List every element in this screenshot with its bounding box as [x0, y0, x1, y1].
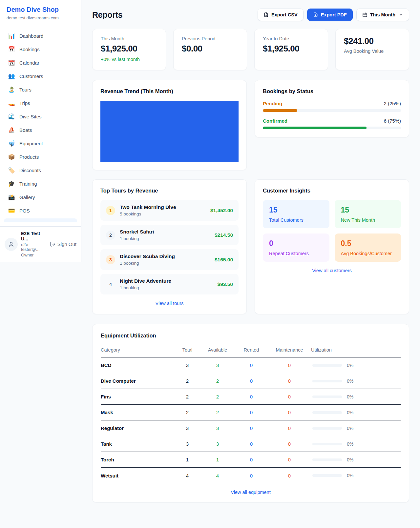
cell-utilization: 0%: [311, 363, 401, 368]
sidebar-item-reports-partial[interactable]: [4, 218, 77, 222]
tour-amount: $214.50: [215, 232, 233, 238]
view-all-equipment-link[interactable]: View all equipment: [101, 490, 401, 495]
export-csv-button[interactable]: Export CSV: [258, 9, 304, 21]
cell-utilization: 0%: [311, 394, 401, 399]
revenue-trend-chart: [100, 101, 239, 162]
table-row: Wetsuit 4 4 0 0 0%: [101, 468, 401, 483]
utilization-percent: 0%: [347, 441, 353, 447]
utilization-percent: 0%: [347, 363, 353, 368]
user-email: e2e-tester@...: [21, 242, 47, 252]
cell-category: Mask: [101, 410, 175, 415]
sidebar-item-training[interactable]: 🎓 Training: [4, 177, 77, 191]
view-all-customers-link[interactable]: View all customers: [263, 268, 401, 273]
sidebar-item-gallery[interactable]: 📸 Gallery: [4, 191, 77, 204]
speedboat-icon: 🚤: [8, 100, 15, 107]
cell-utilization: 0%: [311, 410, 401, 415]
sidebar-item-label: Tours: [19, 87, 32, 92]
sidebar-nav: 📊 Dashboard 📅 Bookings 📆 Calendar 👥 Cust…: [0, 25, 81, 226]
cell-maintenance: 0: [268, 394, 311, 399]
cell-category: BCD: [101, 362, 175, 368]
table-row: Fins 2 2 0 0 0%: [101, 389, 401, 405]
brand-domain: demo.test.divestreams.com: [7, 15, 74, 20]
cell-rented: 0: [235, 394, 268, 399]
cell-maintenance: 0: [268, 441, 311, 447]
sidebar-item-boats[interactable]: ⛵ Boats: [4, 123, 77, 137]
sidebar-item-bookings[interactable]: 📅 Bookings: [4, 43, 77, 56]
cell-maintenance: 0: [268, 457, 311, 462]
sidebar-item-trips[interactable]: 🚤 Trips: [4, 96, 77, 110]
sidebar: Demo Dive Shop demo.test.divestreams.com…: [0, 0, 81, 262]
sidebar-item-label: POS: [19, 208, 30, 213]
sidebar-item-products[interactable]: 📦 Products: [4, 150, 77, 164]
sidebar-item-tours[interactable]: 🏝️ Tours: [4, 83, 77, 96]
stat-card-year-to-date: Year to Date $1,925.00: [254, 29, 328, 70]
period-select[interactable]: This Month: [356, 9, 409, 21]
sailboat-icon: ⛵: [8, 127, 15, 133]
table-row: Dive Computer 2 2 0 0 0%: [101, 373, 401, 389]
utilization-bar: [312, 364, 342, 367]
utilization-bar: [312, 396, 342, 398]
insight-value: 15: [341, 206, 395, 214]
tour-name: Two Tank Morning Dive: [120, 204, 176, 210]
sidebar-item-dashboard[interactable]: 📊 Dashboard: [4, 29, 77, 43]
utilization-bar: [312, 443, 342, 445]
sidebar-item-dive-sites[interactable]: 🌊 Dive Sites: [4, 110, 77, 123]
cell-category: Torch: [101, 457, 175, 462]
sidebar-item-discounts[interactable]: 🏷️ Discounts: [4, 164, 77, 177]
insight-tile-avg-bookings: 0.5 Avg Bookings/Customer: [335, 234, 401, 262]
cell-total: 1: [175, 457, 200, 462]
cell-rented: 0: [235, 378, 268, 384]
stat-delta: +0% vs last month: [101, 57, 158, 62]
wave-icon: 🌊: [8, 113, 15, 120]
tour-row: 4 Night Dive Adventure 1 booking $93.50: [100, 274, 239, 294]
sidebar-item-pos[interactable]: 💳 POS: [4, 204, 77, 217]
equipment-utilization-title: Equipment Utilization: [101, 333, 401, 339]
insight-value: 0.5: [341, 239, 395, 248]
insight-label: Repeat Customers: [269, 251, 323, 256]
sidebar-item-equipment[interactable]: 🤿 Equipment: [4, 137, 77, 150]
status-label: Confirmed: [263, 118, 287, 124]
cell-available: 3: [200, 362, 235, 368]
sidebar-item-label: Gallery: [19, 194, 35, 200]
calendar-outline-icon: [362, 12, 368, 17]
sidebar-item-label: Dive Sites: [19, 114, 42, 119]
period-select-value: This Month: [370, 12, 395, 17]
package-icon: 📦: [8, 153, 15, 160]
user-footer: E2E Test U... e2e-tester@... Owner Sign …: [0, 226, 81, 262]
insight-value: 15: [269, 206, 323, 214]
customer-insights-title: Customer Insights: [263, 188, 401, 194]
cell-rented: 0: [235, 457, 268, 462]
status-row-confirmed: Confirmed 6 (75%): [263, 118, 401, 129]
utilization-percent: 0%: [347, 378, 353, 384]
top-tours-card: Top Tours by Revenue 1 Two Tank Morning …: [92, 179, 247, 314]
sidebar-item-label: Dashboard: [19, 33, 43, 39]
utilization-percent: 0%: [347, 457, 353, 462]
cell-utilization: 0%: [311, 426, 401, 431]
tour-row: 3 Discover Scuba Diving 1 booking $165.0…: [100, 249, 239, 270]
cell-rented: 0: [235, 425, 268, 431]
customer-insights-card: Customer Insights 15 Total Customers 15 …: [255, 179, 409, 314]
cell-category: Regulator: [101, 425, 175, 431]
stat-label: Year to Date: [263, 36, 320, 41]
sidebar-item-label: Training: [19, 181, 37, 187]
sidebar-item-customers[interactable]: 👥 Customers: [4, 70, 77, 83]
sidebar-item-calendar[interactable]: 📆 Calendar: [4, 56, 77, 70]
export-pdf-label: Export PDF: [321, 12, 347, 17]
view-all-tours-link[interactable]: View all tours: [100, 301, 239, 306]
equipment-utilization-card: Equipment Utilization Category Total Ava…: [92, 324, 409, 502]
table-row: Mask 2 2 0 0 0%: [101, 405, 401, 420]
bookings-by-status-title: Bookings by Status: [263, 88, 401, 94]
stat-value: $0.00: [182, 44, 239, 54]
insight-label: New This Month: [341, 217, 395, 223]
rank-badge: 3: [106, 255, 115, 264]
sign-out-icon: [50, 241, 55, 247]
revenue-trend-title: Revenue Trend (This Month): [100, 88, 239, 94]
stat-card-previous-period: Previous Period $0.00: [173, 29, 247, 70]
status-bar-track: [263, 109, 401, 112]
sign-out-button[interactable]: Sign Out: [50, 241, 76, 247]
export-pdf-button[interactable]: Export PDF: [307, 9, 353, 21]
page-header: Reports Export CSV Export PDF This Month: [92, 9, 409, 21]
revenue-trend-card: Revenue Trend (This Month): [92, 80, 247, 170]
tour-bookings: 5 bookings: [120, 212, 176, 216]
cell-maintenance: 0: [268, 362, 311, 368]
